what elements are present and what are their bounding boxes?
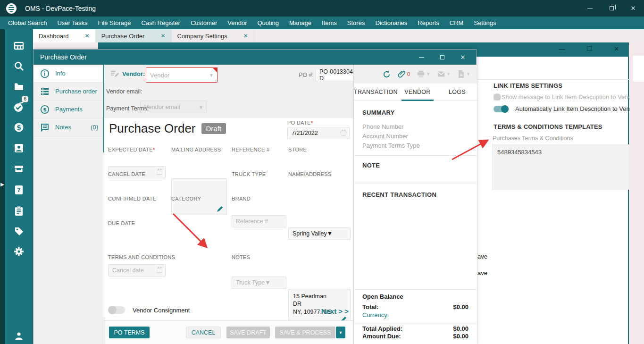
search-icon[interactable]: [13, 60, 25, 72]
auto-link-toggle[interactable]: [493, 106, 509, 112]
settings-gear-icon[interactable]: [13, 246, 25, 257]
tab-close-icon[interactable]: ✕: [85, 33, 90, 39]
clipboard-icon[interactable]: [13, 205, 25, 217]
store-icon[interactable]: [13, 163, 25, 174]
po-date-input[interactable]: 7/21/2022: [287, 127, 350, 139]
menu-quoting[interactable]: Quoting: [252, 19, 284, 26]
document-icon[interactable]: [457, 70, 465, 78]
po-number-input[interactable]: PO-0013304-D: [316, 69, 359, 81]
vendor-consignment-toggle[interactable]: [108, 306, 125, 314]
refresh-icon[interactable]: [382, 70, 391, 79]
po-number-label: PO #:: [299, 72, 314, 78]
vendor-email-placeholder: Vendor email: [144, 103, 180, 110]
tab-purchase-order[interactable]: Purchase Order ✕: [96, 29, 172, 42]
calendar-icon: [157, 268, 162, 273]
clipped-save-text[interactable]: ave: [477, 253, 487, 260]
template-name-label: Purchases Terms & Conditions: [493, 135, 573, 142]
mail-icon[interactable]: [437, 70, 445, 78]
currency-link[interactable]: Currency:: [362, 311, 389, 319]
nav-item-notes[interactable]: Notes (0): [33, 118, 104, 136]
menu-cash-register[interactable]: Cash Register: [136, 19, 185, 26]
menu-dictionaries[interactable]: Dictionaries: [370, 19, 412, 26]
contact-card-icon[interactable]: [13, 143, 25, 154]
cancel-button[interactable]: CANCEL: [186, 327, 221, 338]
menu-manage[interactable]: Manage: [284, 19, 317, 26]
clipped-save-text[interactable]: ave: [477, 269, 487, 277]
nav-item-purchase-order[interactable]: Purchase order: [33, 83, 104, 101]
modal-close-button[interactable]: ✕: [452, 50, 473, 65]
vendor-combobox[interactable]: Vendor ▼: [146, 67, 217, 83]
panel-expander-icon[interactable]: ▶: [0, 182, 4, 187]
settings-close-button[interactable]: ✕: [610, 45, 624, 52]
menu-items[interactable]: Items: [317, 19, 342, 26]
window-minimize-button[interactable]: [579, 0, 601, 17]
summary-phone: Phone Number: [362, 123, 403, 130]
menu-global-search[interactable]: Global Search: [3, 19, 52, 26]
tab-close-icon[interactable]: ✕: [243, 33, 248, 39]
folder-icon[interactable]: [13, 81, 25, 92]
menu-crm[interactable]: CRM: [444, 19, 469, 26]
name-address-label: NAME/ADDRESS: [288, 171, 332, 177]
cancel-date-input[interactable]: Cancel date: [108, 264, 166, 277]
nav-item-payments[interactable]: $ Payments: [33, 101, 104, 118]
window-restore-button[interactable]: [601, 0, 622, 17]
menu-user-tasks[interactable]: User Tasks: [52, 19, 92, 26]
menu-reports[interactable]: Reports: [412, 19, 444, 26]
tab-dashboard[interactable]: Dashboard ✕: [33, 29, 96, 42]
tab-company-settings[interactable]: Company Settings ✕: [172, 29, 254, 42]
summary-payment-terms: Payment Terms Type: [362, 142, 420, 149]
edit-pencil-icon[interactable]: [217, 205, 224, 212]
window-title: OMS - DevPace-Testing: [25, 5, 96, 12]
vendor-placeholder: Vendor: [150, 72, 169, 79]
chevron-down-icon[interactable]: ▼: [466, 72, 470, 76]
nav-item-info[interactable]: Info: [33, 65, 104, 83]
tab-transaction[interactable]: TRANSACTION: [354, 84, 398, 100]
print-icon[interactable]: [417, 70, 425, 78]
due-date-label: DUE DATE: [108, 220, 135, 226]
truck-type-label: TRUCK TYPE: [232, 171, 266, 177]
tab-vendor[interactable]: VENDOR: [398, 84, 437, 100]
tag-icon[interactable]: [13, 226, 25, 237]
menu-vendor[interactable]: Vendor: [222, 19, 252, 26]
payments-icon: $: [40, 105, 50, 114]
store-select[interactable]: Spring Valley▼: [288, 227, 351, 240]
chevron-down-icon: ▼: [265, 279, 270, 286]
menu-stores[interactable]: Stores: [342, 19, 370, 26]
settings-minimize-button[interactable]: —: [555, 45, 569, 52]
po-terms-button[interactable]: PO TERMS: [109, 327, 150, 338]
tasks-badge: 6: [22, 96, 28, 102]
vendor-email-combobox[interactable]: Vendor email ▼: [140, 101, 207, 113]
dashboard-icon[interactable]: [13, 40, 25, 51]
tab-close-icon[interactable]: ✕: [160, 33, 165, 39]
settings-maximize-button[interactable]: ☐: [582, 45, 596, 52]
save-process-button[interactable]: SAVE & PROCESS: [275, 327, 335, 338]
user-icon[interactable]: [13, 330, 25, 342]
help-clipboard-icon[interactable]: ?: [13, 184, 25, 195]
save-options-caret-button[interactable]: ▼: [336, 327, 345, 338]
modal-minimize-button[interactable]: [411, 50, 432, 65]
attachment-icon[interactable]: [398, 70, 406, 78]
menu-customer[interactable]: Customer: [185, 19, 222, 26]
reference-input[interactable]: Reference #: [232, 215, 286, 227]
save-draft-button[interactable]: SAVE DRAFT: [226, 327, 270, 338]
validation-flag: [212, 67, 217, 73]
confirmed-date-label: CONFIRMED DATE: [108, 196, 156, 201]
next-link[interactable]: Next > >: [321, 307, 349, 315]
modal-nav: Info Purchase order $ Payments Notes (0): [33, 65, 104, 344]
chevron-down-icon: ▼: [209, 73, 214, 78]
show-message-toggle[interactable]: [493, 94, 495, 101]
menu-file-storage[interactable]: File Storage: [92, 19, 136, 26]
chevron-down-icon[interactable]: ▼: [446, 72, 451, 76]
money-icon[interactable]: $: [13, 122, 25, 133]
modal-maximize-button[interactable]: [432, 50, 452, 65]
truck-type-select[interactable]: Truck Type▼: [232, 277, 286, 289]
total-applied-value: $0.00: [453, 325, 468, 332]
menu-settings[interactable]: Settings: [468, 19, 501, 26]
modal-titlebar: Purchase Order: [33, 50, 476, 65]
chevron-down-icon[interactable]: ▼: [426, 72, 430, 76]
window-close-button[interactable]: ✕: [622, 0, 644, 17]
vendor-consignment-label: Vendor Consignment: [133, 307, 190, 314]
purchases-terms-textarea[interactable]: 5489345834543: [492, 144, 629, 190]
category-label: CATEGORY: [171, 196, 201, 201]
tab-logs[interactable]: LOGS: [437, 84, 477, 100]
